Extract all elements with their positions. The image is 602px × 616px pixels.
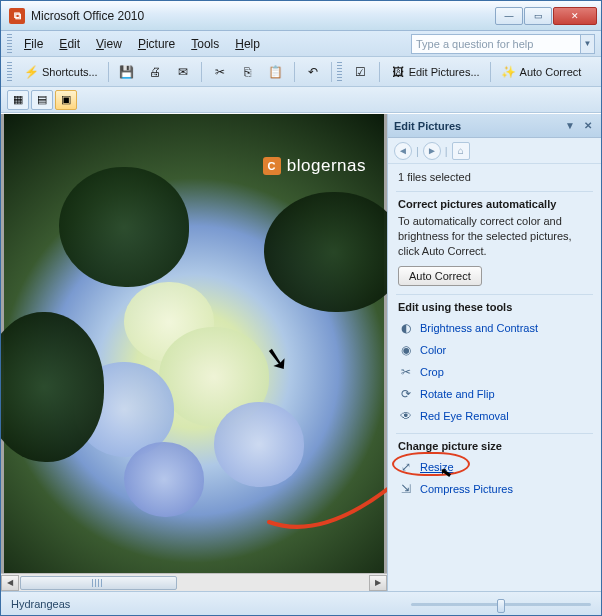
help-search-input[interactable]: Type a question for help [411,34,581,54]
tool-label: Color [420,344,446,356]
cut-button[interactable]: ✂ [207,61,233,83]
auto-correct-button[interactable]: ✨ Auto Correct [496,61,587,83]
task-pane: Edit Pictures ▼ ✕ ◄ | ► | ⌂ 1 files sele… [387,114,601,591]
toolbar-grip[interactable] [337,62,342,82]
task-pane-nav: ◄ | ► | ⌂ [388,138,601,164]
titlebar: ⧉ Microsoft Office 2010 — ▭ ✕ [1,1,601,31]
separator [294,62,295,82]
minimize-button[interactable]: — [495,7,523,25]
cursor-icon: ⬉ [439,463,454,481]
zoom-slider[interactable] [411,599,591,609]
mail-button[interactable]: ✉ [170,61,196,83]
paste-icon: 📋 [268,64,284,80]
menu-picture[interactable]: Picture [130,34,183,54]
task-pane-menu-button[interactable]: ▼ [563,119,577,133]
status-filename: Hydrangeas [11,598,70,610]
auto-correct-panel-button[interactable]: Auto Correct [398,266,482,286]
tool-label: Rotate and Flip [420,388,495,400]
app-title: Microsoft Office 2010 [31,9,494,23]
auto-correct-icon: ✨ [501,64,517,80]
brightness-icon: ◐ [398,320,414,336]
toolbar-grip[interactable] [7,62,12,82]
tool-color[interactable]: ◉ Color [398,339,591,361]
color-icon: ◉ [398,342,414,358]
files-selected-label: 1 files selected [398,170,591,185]
task-pane-body: 1 files selected Correct pictures automa… [388,164,601,591]
tool-crop[interactable]: ✂ Crop [398,361,591,383]
canvas-wrap: C blogernas ➘ ◀ ▶ [1,114,387,591]
select-button[interactable]: ☑ [348,61,374,83]
menu-help[interactable]: Help [227,34,268,54]
close-button[interactable]: ✕ [553,7,597,25]
edit-pictures-button[interactable]: 🖼 Edit Pictures... [385,61,485,83]
tool-compress[interactable]: ⇲ Compress Pictures [398,478,591,500]
save-icon: 💾 [119,64,135,80]
save-button[interactable]: 💾 [114,61,140,83]
divider [396,191,593,192]
nav-home-button[interactable]: ⌂ [452,142,470,160]
undo-button[interactable]: ↶ [300,61,326,83]
eye-icon: 👁 [398,408,414,424]
crop-icon: ✂ [398,364,414,380]
compress-icon: ⇲ [398,481,414,497]
print-button[interactable]: 🖨 [142,61,168,83]
shortcuts-label: Shortcuts... [42,66,98,78]
task-pane-header: Edit Pictures ▼ ✕ [388,114,601,138]
menu-view[interactable]: View [88,34,130,54]
nav-back-button[interactable]: ◄ [394,142,412,160]
scroll-left-button[interactable]: ◀ [1,575,19,591]
copy-icon: ⎘ [240,64,256,80]
tool-label: Brightness and Contrast [420,322,538,334]
tool-red-eye[interactable]: 👁 Red Eye Removal [398,405,591,427]
scroll-right-button[interactable]: ▶ [369,575,387,591]
shortcuts-button[interactable]: ⚡ Shortcuts... [18,61,103,83]
task-pane-title: Edit Pictures [394,120,461,132]
menu-tools[interactable]: Tools [183,34,227,54]
toolbar-grip[interactable] [7,34,12,54]
annotation-arrow-icon: ➘ [261,338,294,380]
view-single-button[interactable]: ▣ [55,90,77,110]
horizontal-scrollbar[interactable]: ◀ ▶ [1,573,387,591]
menu-file[interactable]: File [16,34,51,54]
zoom-handle[interactable] [497,599,505,613]
print-icon: 🖨 [147,64,163,80]
nav-forward-button[interactable]: ► [423,142,441,160]
section-size-title: Change picture size [398,440,591,452]
content-area: C blogernas ➘ ◀ ▶ [1,113,601,591]
separator [379,62,380,82]
scroll-thumb[interactable] [20,576,177,590]
edit-pictures-label: Edit Pictures... [409,66,480,78]
separator: | [445,145,448,157]
separator [331,62,332,82]
tool-resize[interactable]: ⤢ Resize ⬉ [398,456,591,478]
rotate-icon: ⟳ [398,386,414,402]
separator [201,62,202,82]
view-filmstrip-button[interactable]: ▤ [31,90,53,110]
annotation-curve-icon [264,472,387,532]
tool-label: Compress Pictures [420,483,513,495]
cut-icon: ✂ [212,64,228,80]
divider [396,433,593,434]
menu-edit[interactable]: Edit [51,34,88,54]
photo-hydrangeas: C blogernas ➘ [4,114,384,573]
scroll-track[interactable] [20,575,368,591]
mail-icon: ✉ [175,64,191,80]
select-icon: ☑ [353,64,369,80]
copy-button[interactable]: ⎘ [235,61,261,83]
separator [108,62,109,82]
tool-rotate-flip[interactable]: ⟳ Rotate and Flip [398,383,591,405]
tool-label: Crop [420,366,444,378]
auto-correct-description: To automatically correct color and brigh… [398,214,591,259]
view-toolbar: ▦ ▤ ▣ [1,87,601,113]
undo-icon: ↶ [305,64,321,80]
watermark-icon: C [263,157,281,175]
view-thumbnails-button[interactable]: ▦ [7,90,29,110]
tool-brightness-contrast[interactable]: ◐ Brightness and Contrast [398,317,591,339]
paste-button[interactable]: 📋 [263,61,289,83]
shortcuts-icon: ⚡ [23,64,39,80]
help-search-dropdown[interactable]: ▼ [581,34,595,54]
picture-canvas[interactable]: C blogernas ➘ [1,114,387,573]
task-pane-close-button[interactable]: ✕ [581,119,595,133]
separator [490,62,491,82]
maximize-button[interactable]: ▭ [524,7,552,25]
